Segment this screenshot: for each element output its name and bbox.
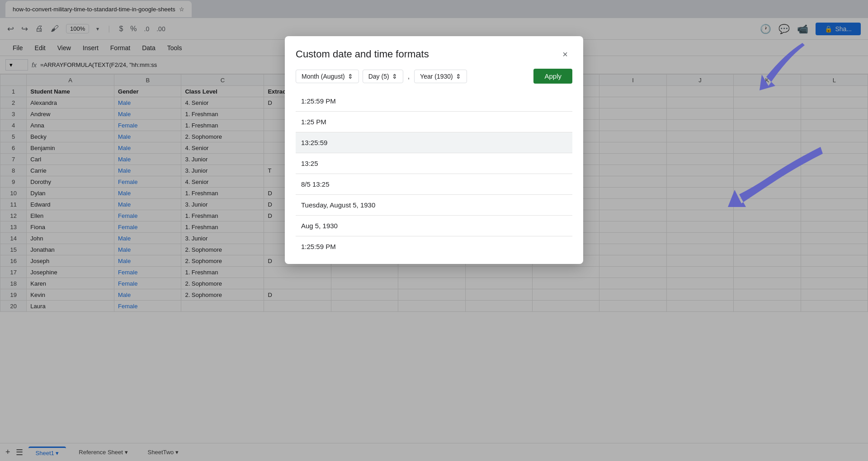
format-list-item[interactable]: 1:25:59 PM (296, 91, 572, 112)
dialog-header: Custom date and time formats × (285, 36, 583, 69)
year-dropdown[interactable]: Year (1930) ⇕ (414, 70, 467, 83)
format-list-item[interactable]: Tuesday, August 5, 1930 (296, 195, 572, 216)
comma-separator: , (408, 72, 410, 80)
format-items-list: 1:25:59 PM1:25 PM13:25:5913:258/5 13:25T… (285, 91, 583, 264)
format-list-item[interactable]: 13:25 (296, 153, 572, 174)
month-dropdown[interactable]: Month (August) ⇕ (296, 70, 359, 83)
day-dropdown-icon: ⇕ (392, 73, 397, 80)
year-dropdown-label: Year (1930) (420, 73, 453, 80)
dialog-close-button[interactable]: × (558, 47, 572, 61)
dialog-controls: Month (August) ⇕ Day (5) ⇕ , Year (1930)… (285, 69, 583, 91)
format-list-item[interactable]: 13:25:59 (296, 132, 572, 153)
year-dropdown-icon: ⇕ (456, 73, 461, 80)
format-list-item[interactable]: 8/5 13:25 (296, 174, 572, 195)
format-list-item[interactable]: Aug 5, 1930 (296, 216, 572, 236)
day-dropdown-label: Day (5) (368, 73, 389, 80)
apply-button[interactable]: Apply (533, 69, 572, 84)
day-dropdown[interactable]: Day (5) ⇕ (363, 70, 403, 83)
format-list-item[interactable]: 1:25 PM (296, 112, 572, 132)
custom-date-time-dialog: Custom date and time formats × Month (Au… (285, 36, 583, 264)
month-dropdown-icon: ⇕ (348, 73, 353, 80)
month-dropdown-label: Month (August) (302, 73, 345, 80)
format-list-item[interactable]: 1:25:59 PM (296, 236, 572, 257)
dialog-title: Custom date and time formats (296, 48, 429, 60)
modal-overlay: Custom date and time formats × Month (Au… (0, 0, 868, 461)
